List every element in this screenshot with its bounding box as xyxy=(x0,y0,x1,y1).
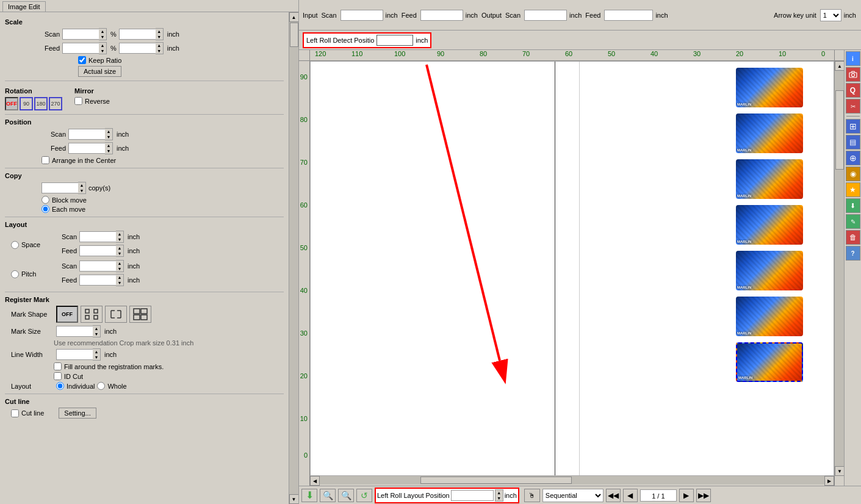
pos-feed-up[interactable]: ▲ xyxy=(105,143,112,148)
ls-scan-up[interactable]: ▲ xyxy=(116,231,123,237)
rotation-off-btn[interactable]: OFF xyxy=(5,97,18,110)
output-feed-value[interactable]: 126.882 xyxy=(604,10,653,21)
pos-scan-up[interactable]: ▲ xyxy=(105,129,112,134)
layout-space-feed-input[interactable]: 0.000 xyxy=(79,245,116,256)
lp-feed-down[interactable]: ▼ xyxy=(116,280,123,286)
fish-2[interactable]: MARLIN xyxy=(736,113,803,153)
delete-tool-btn[interactable]: 🗑 xyxy=(846,230,860,245)
sv-up-btn[interactable]: ▲ xyxy=(835,61,844,71)
refresh-btn[interactable]: ↺ xyxy=(356,489,372,502)
space-radio[interactable] xyxy=(11,241,19,249)
q-tool-btn[interactable]: Q xyxy=(846,83,860,98)
nav-next-btn[interactable]: ▶ xyxy=(679,489,694,502)
sh-left-btn[interactable]: ◀ xyxy=(310,476,320,486)
input-feed-value[interactable]: 4.093 xyxy=(420,10,463,21)
zoom-out-btn[interactable]: 🔍 xyxy=(338,489,354,502)
nav-first-btn[interactable]: ◀◀ xyxy=(606,489,621,502)
zoom-in-btn[interactable]: 🔍 xyxy=(320,489,336,502)
keep-ratio-checkbox[interactable] xyxy=(78,56,86,64)
sv-thumb[interactable] xyxy=(835,90,844,170)
scale-feed-inch-up[interactable]: ▲ xyxy=(156,43,163,48)
fish-6[interactable]: MARLIN xyxy=(736,297,803,336)
nav-last-btn[interactable]: ▶▶ xyxy=(696,489,711,502)
scale-feed-input[interactable]: 310.00 xyxy=(62,43,99,54)
actual-size-btn[interactable]: Actual size xyxy=(78,66,121,77)
pos-feed-input[interactable]: 0.000 xyxy=(68,143,105,154)
scale-feed-down[interactable]: ▼ xyxy=(99,48,106,54)
block-move-radio[interactable] xyxy=(41,196,49,204)
image-edit-tab[interactable]: Image Edit xyxy=(2,1,46,12)
scale-feed-inch-input[interactable]: 12.688 xyxy=(119,43,156,54)
output-scan-value[interactable]: 18.831 xyxy=(524,10,567,21)
copy-up[interactable]: ▲ xyxy=(78,182,85,188)
pos-scan-input[interactable]: 0.000 xyxy=(68,129,105,140)
fish-3[interactable]: MARLIN xyxy=(736,159,803,199)
arrange-center-checkbox[interactable] xyxy=(41,156,49,164)
arrow-key-select[interactable]: 1 5 10 xyxy=(820,9,841,21)
scale-scan-down[interactable]: ▼ xyxy=(99,34,106,40)
color-tool-btn[interactable]: ◉ xyxy=(846,167,860,181)
edit-tool-btn[interactable]: ✎ xyxy=(846,214,860,229)
ls-feed-up[interactable]: ▲ xyxy=(116,245,123,251)
nav-prev-btn[interactable]: ◀ xyxy=(623,489,638,502)
pos-up-btn[interactable]: ▲ xyxy=(495,490,503,495)
rotation-180-btn[interactable]: 180 xyxy=(34,97,48,110)
canvas-viewport[interactable]: MARLIN MARLIN MARLIN xyxy=(310,61,834,476)
fish-7[interactable]: MARLIN xyxy=(736,342,803,382)
fill-around-checkbox[interactable] xyxy=(54,362,62,370)
sh-thumb[interactable] xyxy=(420,477,572,484)
scissors-tool-btn[interactable]: ✂ xyxy=(846,99,860,113)
mark-shape-2-btn[interactable] xyxy=(105,306,127,323)
scale-feed-inch-down[interactable]: ▼ xyxy=(156,48,163,54)
mark-size-up[interactable]: ▲ xyxy=(93,326,100,331)
scale-feed-up[interactable]: ▲ xyxy=(99,43,106,48)
individual-radio[interactable] xyxy=(56,382,64,390)
scale-scan-up[interactable]: ▲ xyxy=(99,29,106,34)
ls-feed-down[interactable]: ▼ xyxy=(116,251,123,256)
reverse-checkbox[interactable] xyxy=(74,97,82,105)
layers-tool-btn[interactable]: ▤ xyxy=(846,135,860,149)
camera-tool-btn[interactable] xyxy=(846,67,860,82)
lp-scan-up[interactable]: ▲ xyxy=(116,261,123,266)
cut-line-checkbox[interactable] xyxy=(11,409,19,417)
scale-scan-inch-up[interactable]: ▲ xyxy=(156,29,163,34)
sh-right-btn[interactable]: ▶ xyxy=(824,476,834,486)
scroll-down-btn[interactable]: ▼ xyxy=(289,494,299,504)
help-tool-btn[interactable]: ? xyxy=(846,246,860,261)
pos-feed-down[interactable]: ▼ xyxy=(105,148,112,154)
zoom-tool-btn[interactable]: ⊕ xyxy=(846,151,860,165)
scroll-up-btn[interactable]: ▲ xyxy=(289,12,299,22)
left-panel-scrollbar[interactable]: ▲ ▼ xyxy=(289,12,298,504)
info-tool-btn[interactable]: i xyxy=(846,51,860,66)
rotation-270-btn[interactable]: 270 xyxy=(49,97,62,110)
expand-tool-btn[interactable]: ⊞ xyxy=(846,119,860,134)
layout-space-scan-input[interactable]: 0.000 xyxy=(79,231,116,242)
fish-5[interactable]: MARLIN xyxy=(736,251,803,290)
ls-scan-down[interactable]: ▼ xyxy=(116,237,123,242)
download-tool-btn[interactable]: ⬇ xyxy=(846,198,860,213)
pos-box-value[interactable]: 62.992 xyxy=(451,490,494,501)
move-btn[interactable]: 🖱 xyxy=(524,489,540,502)
go-start-btn[interactable]: ⬇ xyxy=(301,489,317,502)
pos-scan-down[interactable]: ▼ xyxy=(105,134,112,140)
line-width-input[interactable]: 0.024 xyxy=(56,349,93,360)
mark-off-btn[interactable]: OFF xyxy=(56,306,78,323)
layout-pitch-feed-input[interactable]: 0.000 xyxy=(79,275,116,286)
rotation-90-btn[interactable]: 90 xyxy=(20,97,33,110)
copy-value-input[interactable]: 1.0 xyxy=(41,182,78,193)
detect-value-input[interactable]: 62.992 xyxy=(376,35,413,46)
scroll-thumb[interactable] xyxy=(290,23,298,47)
line-width-down[interactable]: ▼ xyxy=(93,355,100,360)
id-cut-checkbox[interactable] xyxy=(54,372,62,380)
canvas-v-scrollbar[interactable]: ▲ ▼ xyxy=(834,61,844,476)
layout-pitch-scan-input[interactable]: 0.000 xyxy=(79,261,116,272)
sv-down-btn[interactable]: ▼ xyxy=(835,466,844,476)
pos-down-btn[interactable]: ▼ xyxy=(495,495,503,501)
mark-size-input[interactable]: 0.394 xyxy=(56,326,93,337)
lp-scan-down[interactable]: ▼ xyxy=(116,266,123,272)
scale-scan-inch-input[interactable]: 18.831 xyxy=(119,29,156,40)
mark-shape-3-btn[interactable] xyxy=(129,306,151,323)
line-width-up[interactable]: ▲ xyxy=(93,349,100,355)
lp-feed-up[interactable]: ▲ xyxy=(116,275,123,280)
canvas-h-scrollbar[interactable]: ◀ ▶ xyxy=(299,476,844,486)
